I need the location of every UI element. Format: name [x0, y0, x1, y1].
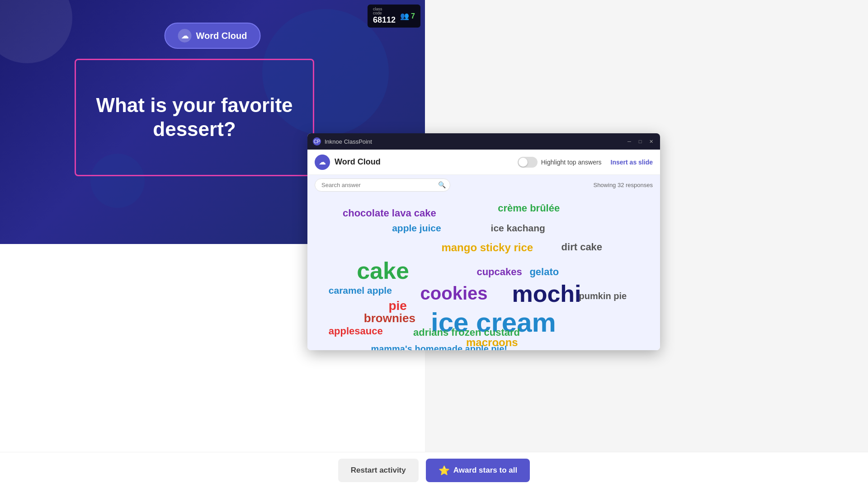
- word-cloud-word: crème brûlée: [498, 202, 560, 214]
- search-input[interactable]: [315, 178, 450, 192]
- action-bar: Restart activity ⭐ Award stars to all: [0, 452, 868, 488]
- responses-count: Showing 32 responses: [593, 182, 653, 188]
- question-box: What is your favorite dessert?: [75, 59, 314, 176]
- students-number: 7: [411, 12, 415, 20]
- word-cloud-badge: ☁ Word Cloud: [165, 23, 261, 49]
- word-cloud-word: mango sticky rice: [441, 241, 533, 254]
- word-cloud-word: applesauce: [329, 325, 383, 337]
- close-button[interactable]: ✕: [647, 138, 655, 145]
- window-titlebar: CP Inknoe ClassPoint ─ □ ✕: [307, 133, 660, 150]
- highlight-toggle[interactable]: Highlight top answers: [518, 157, 602, 168]
- word-cloud-word: caramel apple: [329, 285, 392, 296]
- word-cloud-word: cake: [357, 257, 409, 284]
- word-cloud-word: gelato: [529, 266, 559, 278]
- word-cloud-word: mochi: [512, 280, 581, 307]
- word-cloud-badge-label: Word Cloud: [196, 31, 247, 41]
- word-cloud-word: ice kachang: [491, 223, 545, 234]
- word-cloud-word: brownies: [364, 311, 415, 325]
- insert-slide-button[interactable]: Insert as slide: [611, 159, 653, 166]
- cp-logo: CP: [313, 137, 321, 145]
- word-cloud-header-icon: ☁: [315, 155, 330, 170]
- students-icon: 👥: [400, 12, 409, 20]
- word-cloud-word: pumkin pie: [579, 291, 627, 301]
- class-code-label: classcode: [373, 7, 396, 15]
- search-icon: 🔍: [438, 181, 446, 188]
- search-bar: 🔍 Showing 32 responses: [307, 175, 660, 195]
- search-input-wrapper: 🔍: [315, 178, 450, 192]
- word-cloud-word: mamma's homemade apple pie!: [371, 344, 507, 350]
- award-stars-button[interactable]: ⭐ Award stars to all: [426, 459, 530, 482]
- question-text: What is your favorite dessert?: [76, 84, 313, 150]
- maximize-button[interactable]: □: [637, 138, 644, 145]
- word-cloud-icon: ☁: [178, 29, 192, 42]
- window-header: ☁ Word Cloud Highlight top answers Inser…: [307, 150, 660, 175]
- word-cloud-word: apple juice: [392, 223, 441, 234]
- minimize-button[interactable]: ─: [626, 138, 633, 145]
- highlight-switch[interactable]: [518, 157, 538, 168]
- award-label: Award stars to all: [453, 466, 517, 475]
- word-cloud-word: cookies: [420, 283, 488, 304]
- class-code-badge: classcode 68112 👥 7: [368, 5, 420, 28]
- word-cloud-word: dirt cake: [561, 241, 603, 253]
- window-title: Inknoe ClassPoint: [325, 138, 622, 145]
- highlight-label: Highlight top answers: [541, 159, 602, 166]
- toggle-knob: [519, 158, 528, 167]
- word-cloud-word: chocolate lava cake: [343, 207, 436, 219]
- classpoint-window: CP Inknoe ClassPoint ─ □ ✕ ☁ Word Cloud …: [307, 133, 660, 350]
- window-controls: ─ □ ✕: [626, 138, 655, 145]
- word-cloud-area: chocolate lava cakecrème brûléeapple jui…: [307, 195, 660, 350]
- student-count: 👥 7: [400, 12, 415, 20]
- word-cloud-header-title: Word Cloud: [335, 157, 518, 167]
- class-code-number: 68112: [373, 15, 396, 25]
- restart-activity-button[interactable]: Restart activity: [338, 459, 419, 482]
- word-cloud-word: cupcakes: [476, 266, 522, 278]
- star-icon: ⭐: [439, 465, 450, 476]
